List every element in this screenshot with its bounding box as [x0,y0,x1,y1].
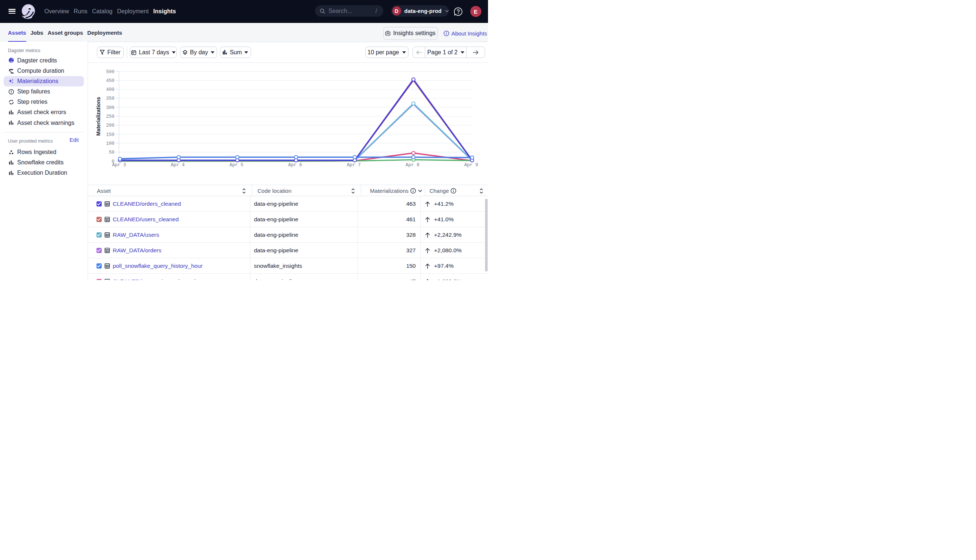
svg-text:300: 300 [106,105,115,110]
svg-text:Apr 5: Apr 5 [230,163,244,168]
svg-text:Apr 6: Apr 6 [288,163,302,168]
svg-text:Materializations: Materializations [95,97,101,135]
svg-text:400: 400 [106,87,115,92]
svg-text:Apr 8: Apr 8 [406,163,419,168]
svg-text:200: 200 [106,123,115,128]
svg-text:150: 150 [106,132,115,137]
svg-text:100: 100 [106,141,115,146]
svg-text:500: 500 [106,70,115,75]
svg-text:250: 250 [106,114,115,119]
svg-text:450: 450 [106,78,115,83]
svg-text:Apr 4: Apr 4 [171,163,185,168]
svg-text:Apr 3: Apr 3 [112,163,126,168]
svg-text:Apr 9: Apr 9 [465,163,478,168]
svg-text:Apr 7: Apr 7 [347,163,361,168]
svg-text:350: 350 [106,96,115,101]
svg-text:50: 50 [109,150,114,155]
